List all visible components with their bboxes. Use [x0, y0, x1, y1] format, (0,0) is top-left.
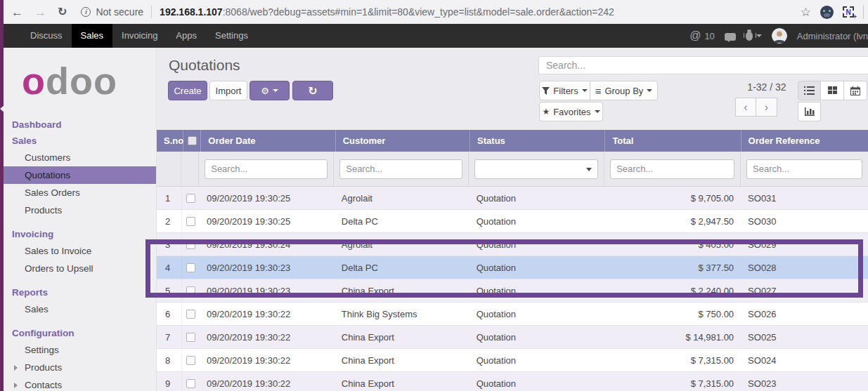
- filter-cell-empty: [157, 152, 181, 186]
- table-row[interactable]: 409/20/2019 19:30:23Delta PCQuotation$ 3…: [157, 256, 868, 279]
- cell-status: Quotation: [469, 279, 605, 302]
- cell-status: Quotation: [469, 303, 605, 325]
- sidebar-item-sales[interactable]: Sales: [4, 300, 156, 318]
- cell-order-date: 09/20/2019 19:30:25: [200, 187, 335, 209]
- sidebar-item-quotations[interactable]: Quotations: [4, 166, 156, 184]
- sidebar-item-products[interactable]: Products: [4, 201, 156, 219]
- pager-previous-button[interactable]: ‹: [735, 98, 756, 117]
- sidebar-item-orders-to-upsell[interactable]: Orders to Upsell: [4, 260, 156, 277]
- table-row[interactable]: 709/20/2019 19:30:22China ExportQuotatio…: [157, 326, 868, 349]
- row-number: 3: [157, 233, 182, 256]
- filters-button[interactable]: Filters: [539, 81, 590, 100]
- column-order-date[interactable]: Order Date: [201, 130, 335, 152]
- table-row[interactable]: 609/20/2019 19:30:22Think Big SystemsQuo…: [157, 303, 868, 326]
- favorites-button[interactable]: ★ Favorites: [539, 102, 603, 121]
- info-icon[interactable]: i: [81, 7, 91, 17]
- graph-view-button[interactable]: [798, 102, 821, 121]
- sidebar-section-sales[interactable]: Sales: [4, 133, 156, 149]
- pager-next-button[interactable]: ›: [756, 98, 777, 117]
- forward-icon[interactable]: →: [34, 6, 46, 18]
- column-customer[interactable]: Customer: [336, 130, 470, 152]
- nav-item-invoicing[interactable]: Invoicing: [112, 24, 167, 48]
- mentions-button[interactable]: @ 10: [689, 29, 715, 42]
- table-row[interactable]: 809/20/2019 19:30:22China ExportQuotatio…: [157, 349, 868, 372]
- sidebar-item-contacts[interactable]: Contacts: [4, 376, 156, 391]
- sidebar-item-settings[interactable]: Settings: [4, 341, 156, 359]
- customer-filter-input[interactable]: [339, 159, 462, 179]
- table-row[interactable]: 509/20/2019 19:30:23China ExportQuotatio…: [157, 279, 868, 303]
- row-checkbox[interactable]: [186, 310, 195, 319]
- row-number: 5: [157, 279, 182, 302]
- nav-item-discuss[interactable]: Discuss: [21, 24, 72, 48]
- bug-icon: [746, 32, 753, 41]
- calendar-view-button[interactable]: [844, 81, 867, 100]
- create-button[interactable]: Create: [168, 81, 207, 100]
- cell-order-date: 09/20/2019 19:30:25: [200, 210, 335, 232]
- sidebar-section-dashboard[interactable]: Dashboard: [4, 117, 156, 133]
- row-checkbox[interactable]: [186, 356, 195, 365]
- list-view-button[interactable]: [798, 81, 821, 100]
- sidebar-section-reports[interactable]: Reports: [4, 284, 156, 300]
- action-gear-button[interactable]: ⚙: [250, 81, 290, 100]
- table-row[interactable]: 909/20/2019 19:30:22China ExportQuotatio…: [157, 372, 868, 391]
- column-total[interactable]: Total: [605, 130, 741, 152]
- toolbar-divider: [863, 5, 864, 19]
- cell-status: Quotation: [469, 187, 605, 209]
- reload-icon[interactable]: ↻: [58, 6, 67, 18]
- cell-status: Quotation: [469, 326, 605, 348]
- chat-bubble-icon[interactable]: [725, 33, 736, 41]
- sidebar-collapse-handle[interactable]: [0, 105, 4, 112]
- bookmark-star-icon[interactable]: ☆: [801, 5, 811, 20]
- order-reference-filter-input[interactable]: [746, 159, 862, 179]
- row-checkbox[interactable]: [186, 217, 195, 226]
- cell-total: $ 7,315.00: [604, 349, 741, 371]
- column-status[interactable]: Status: [470, 130, 605, 152]
- sidebar-item-products[interactable]: Products: [4, 359, 156, 376]
- row-checkbox[interactable]: [186, 333, 195, 342]
- row-checkbox[interactable]: [186, 194, 195, 203]
- table-row[interactable]: 209/20/2019 19:30:25Delta PCQuotation$ 2…: [157, 210, 868, 233]
- row-checkbox[interactable]: [186, 286, 195, 296]
- table-filter-row: [157, 152, 868, 187]
- column-sno[interactable]: S.no: [157, 130, 183, 152]
- cell-total: $ 14,981.00: [604, 326, 741, 348]
- table-row[interactable]: 109/20/2019 19:30:25AgrolaitQuotation$ 9…: [157, 187, 868, 210]
- back-icon[interactable]: ←: [11, 6, 23, 18]
- cell-status: Quotation: [469, 256, 605, 279]
- row-checkbox[interactable]: [186, 379, 195, 388]
- chevron-down-icon: [756, 34, 762, 37]
- column-order-reference[interactable]: Order Reference: [741, 130, 868, 152]
- chevron-down-icon: [582, 89, 588, 92]
- status-filter-select[interactable]: [474, 159, 598, 179]
- group-by-button[interactable]: ≡ Group By: [590, 81, 658, 100]
- browser-actions: ☆ N+: [801, 5, 868, 20]
- sidebar-section-invoicing[interactable]: Invoicing: [4, 226, 156, 242]
- cell-customer: Delta PC: [335, 210, 469, 232]
- sidebar: odoo DashboardSalesCustomersQuotationsSa…: [4, 48, 156, 391]
- sidebar-item-customers[interactable]: Customers: [4, 149, 156, 166]
- kanban-view-button[interactable]: [821, 81, 844, 100]
- nav-item-sales[interactable]: Sales: [72, 24, 113, 48]
- sidebar-section-configuration[interactable]: Configuration: [4, 325, 156, 341]
- total-filter-input[interactable]: [610, 159, 734, 179]
- sidebar-item-sales-to-invoice[interactable]: Sales to Invoice: [4, 242, 156, 260]
- user-menu[interactable]: Administrator (lvn: [797, 31, 868, 41]
- search-input[interactable]: [538, 56, 868, 74]
- n-extension-icon[interactable]: N+: [843, 6, 854, 18]
- address-bar[interactable]: i Not secure 192.168.1.107:8068/web?debu…: [81, 6, 614, 18]
- row-checkbox[interactable]: [186, 240, 195, 249]
- import-button[interactable]: Import: [209, 81, 247, 100]
- debug-menu-button[interactable]: [746, 32, 762, 41]
- view-switcher: [798, 81, 867, 100]
- sidebar-item-sales-orders[interactable]: Sales Orders: [4, 184, 156, 201]
- navbar-right: @ 10 Administrator (lvn: [689, 28, 868, 44]
- nav-item-settings[interactable]: Settings: [206, 24, 257, 48]
- order-date-filter-input[interactable]: [205, 159, 328, 179]
- refresh-button[interactable]: ↻: [292, 81, 333, 100]
- gorilla-extension-icon[interactable]: [820, 6, 834, 19]
- nav-item-apps[interactable]: Apps: [167, 24, 206, 48]
- table-row[interactable]: 309/20/2019 19:30:24AgrolaitQuotation$ 4…: [157, 233, 868, 256]
- select-all-checkbox[interactable]: [188, 136, 197, 145]
- row-checkbox[interactable]: [186, 263, 195, 272]
- avatar[interactable]: [772, 28, 787, 44]
